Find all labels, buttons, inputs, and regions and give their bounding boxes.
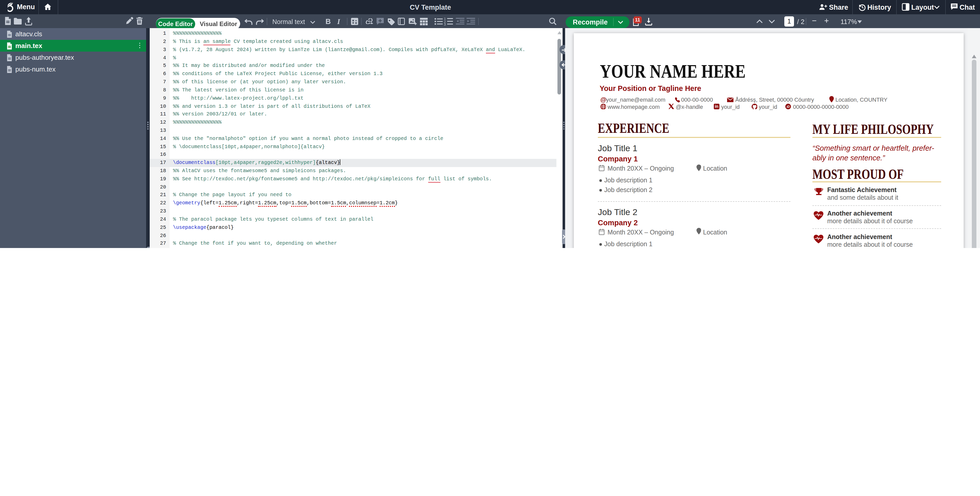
- svg-text:3: 3: [444, 23, 446, 25]
